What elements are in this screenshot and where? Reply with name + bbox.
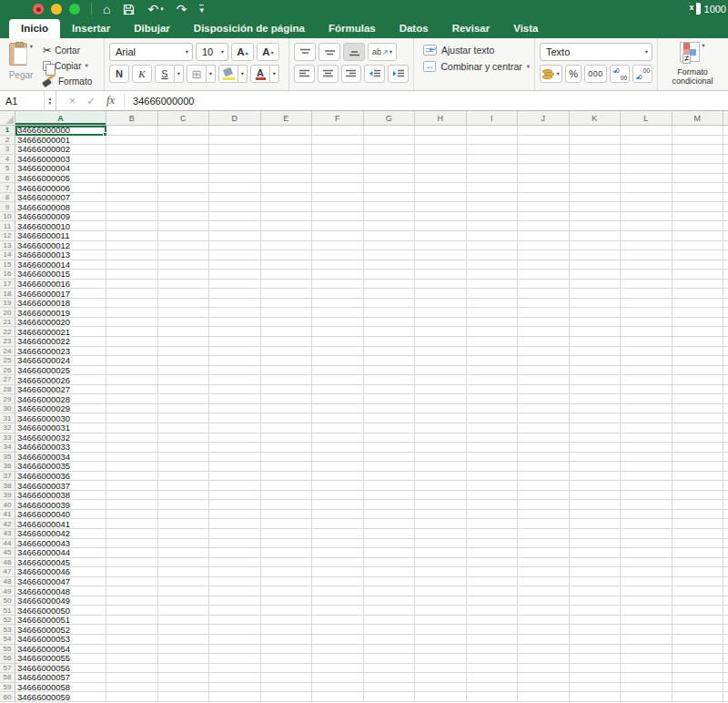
cell-K34[interactable] xyxy=(570,443,622,453)
tab-revisar[interactable]: Revisar xyxy=(440,19,502,38)
cell-partial33[interactable] xyxy=(723,433,728,443)
cell-L23[interactable] xyxy=(621,337,672,347)
cell-M25[interactable] xyxy=(672,356,724,366)
cell-M10[interactable] xyxy=(672,212,724,222)
cell-L25[interactable] xyxy=(621,356,672,366)
cell-partial15[interactable] xyxy=(723,260,728,270)
cell-G54[interactable] xyxy=(364,635,416,645)
cell-partial13[interactable] xyxy=(723,241,728,251)
align-middle-button[interactable] xyxy=(318,43,340,61)
cell-D18[interactable] xyxy=(209,289,261,299)
column-header-G[interactable]: G xyxy=(364,111,416,125)
cell-K1[interactable] xyxy=(570,126,622,136)
cell-partial26[interactable] xyxy=(723,366,728,376)
cell-L5[interactable] xyxy=(621,164,672,174)
cell-B3[interactable] xyxy=(106,145,158,155)
cell-E40[interactable] xyxy=(261,500,313,510)
cell-G16[interactable] xyxy=(364,270,416,280)
cell-L9[interactable] xyxy=(621,202,672,212)
cell-A8[interactable]: 34666000007 xyxy=(15,193,106,203)
cell-G24[interactable] xyxy=(364,347,416,357)
cell-L56[interactable] xyxy=(621,654,672,664)
cell-E27[interactable] xyxy=(261,375,313,385)
cell-M46[interactable] xyxy=(672,558,724,568)
row-header-24[interactable]: 24 xyxy=(0,347,15,357)
cell-H7[interactable] xyxy=(415,183,467,193)
cell-M33[interactable] xyxy=(672,433,724,443)
column-header-K[interactable]: K xyxy=(570,111,622,125)
cell-K16[interactable] xyxy=(570,270,622,280)
row-header-54[interactable]: 54 xyxy=(0,635,15,645)
row-header-44[interactable]: 44 xyxy=(0,539,15,549)
cell-B31[interactable] xyxy=(106,413,158,423)
cell-H25[interactable] xyxy=(415,356,467,366)
cell-A29[interactable]: 34666000028 xyxy=(15,394,106,404)
cell-G30[interactable] xyxy=(364,404,416,414)
cell-H18[interactable] xyxy=(415,289,467,299)
column-header-F[interactable]: F xyxy=(312,111,364,125)
cell-J52[interactable] xyxy=(518,616,570,626)
cell-D1[interactable] xyxy=(209,126,261,136)
fill-color-button[interactable] xyxy=(218,65,238,83)
cell-K21[interactable] xyxy=(570,318,622,328)
cell-M53[interactable] xyxy=(672,625,724,635)
cell-H55[interactable] xyxy=(415,645,467,655)
cell-E21[interactable] xyxy=(261,318,313,328)
cell-A5[interactable]: 34666000004 xyxy=(15,164,106,174)
cell-A7[interactable]: 34666000006 xyxy=(15,183,106,193)
cell-J14[interactable] xyxy=(518,250,570,260)
cell-E58[interactable] xyxy=(261,673,313,683)
cell-B22[interactable] xyxy=(106,327,158,337)
cell-F40[interactable] xyxy=(312,500,364,510)
cell-G12[interactable] xyxy=(364,231,416,241)
cell-A15[interactable]: 34666000014 xyxy=(15,260,106,270)
cell-L18[interactable] xyxy=(621,289,672,299)
cell-E13[interactable] xyxy=(261,241,313,251)
cell-E9[interactable] xyxy=(261,202,313,212)
cell-K29[interactable] xyxy=(570,394,622,404)
row-header-34[interactable]: 34 xyxy=(0,443,15,453)
row-header-23[interactable]: 23 xyxy=(0,337,15,347)
cell-partial18[interactable] xyxy=(723,289,728,299)
cell-B41[interactable] xyxy=(106,510,158,520)
cell-C60[interactable] xyxy=(158,692,210,702)
cell-partial21[interactable] xyxy=(723,318,728,328)
cell-B23[interactable] xyxy=(106,337,158,347)
row-header-36[interactable]: 36 xyxy=(0,462,15,472)
cell-partial57[interactable] xyxy=(723,664,728,674)
cell-D42[interactable] xyxy=(209,519,261,529)
cell-L7[interactable] xyxy=(621,183,672,193)
cell-B2[interactable] xyxy=(106,136,158,146)
cell-J49[interactable] xyxy=(518,586,570,596)
cell-F45[interactable] xyxy=(312,548,364,558)
cell-C19[interactable] xyxy=(158,299,210,309)
cell-K52[interactable] xyxy=(570,616,622,626)
cell-D36[interactable] xyxy=(209,462,261,472)
cell-G19[interactable] xyxy=(364,299,416,309)
cell-K26[interactable] xyxy=(570,366,622,376)
cell-partial34[interactable] xyxy=(723,443,728,453)
cell-C59[interactable] xyxy=(158,683,210,693)
cell-D51[interactable] xyxy=(209,606,261,616)
row-header-17[interactable]: 17 xyxy=(0,280,15,290)
cell-E51[interactable] xyxy=(261,606,313,616)
cell-A11[interactable]: 34666000010 xyxy=(15,221,106,231)
cell-F49[interactable] xyxy=(312,586,364,596)
cell-C49[interactable] xyxy=(158,586,210,596)
cell-A60[interactable]: 34666000059 xyxy=(15,692,106,702)
cell-K41[interactable] xyxy=(570,510,622,520)
cell-H27[interactable] xyxy=(415,375,467,385)
cell-H33[interactable] xyxy=(415,433,467,443)
cell-B55[interactable] xyxy=(106,645,158,655)
cell-partial14[interactable] xyxy=(723,250,728,260)
cell-M7[interactable] xyxy=(672,183,724,193)
cell-G18[interactable] xyxy=(364,289,416,299)
cell-G11[interactable] xyxy=(364,221,416,231)
cell-E24[interactable] xyxy=(261,347,313,357)
cell-H46[interactable] xyxy=(415,558,467,568)
cell-J11[interactable] xyxy=(518,221,570,231)
cell-F10[interactable] xyxy=(312,212,364,222)
cell-D2[interactable] xyxy=(209,136,261,146)
cell-E44[interactable] xyxy=(261,539,313,549)
cell-D11[interactable] xyxy=(209,221,261,231)
